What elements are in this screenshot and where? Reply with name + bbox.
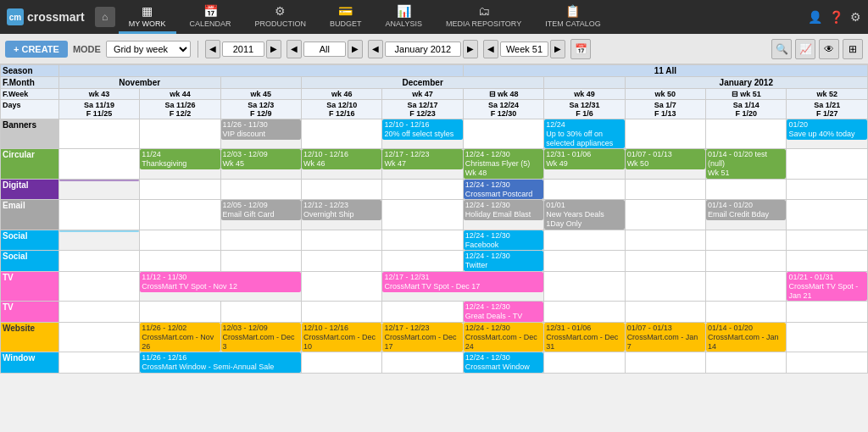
circular-wk47-item[interactable]: 12/17 - 12/23Wk 47 (382, 149, 462, 169)
tv1-wk52[interactable]: 01/21 - 01/31CrossMart TV Spot - Jan 21 (787, 271, 868, 301)
mode-select[interactable]: Grid by week Grid by month (106, 41, 191, 58)
banner-20off[interactable]: 12/10 - 12/1620% off select styles (382, 119, 462, 140)
filter-prev-button[interactable]: ◀ (287, 40, 302, 58)
window-semi-annual[interactable]: 11/26 - 12/16CrossMart Window - Semi-Ann… (140, 352, 302, 374)
circular-wk45[interactable]: 12/03 - 12/09Wk 45 (220, 149, 301, 179)
year-prev-button[interactable]: ◀ (205, 40, 220, 58)
website-nov26[interactable]: 11/26 - 12/02CrossMart.com - Nov 26 (140, 323, 220, 352)
website-dec17[interactable]: 12/17 - 12/23CrossMart.com - Dec 17 (382, 323, 462, 352)
banners-wk47[interactable]: 12/10 - 12/1620% off select styles (382, 119, 463, 149)
grid-settings-button[interactable]: ⊞ (843, 39, 863, 59)
tv2-label: TV (1, 302, 59, 323)
nav-item-catalog[interactable]: 📋 ITEM CATALOG (535, 0, 611, 34)
toolbar-right: 🔍 📈 👁 ⊞ (771, 39, 863, 59)
home-button[interactable]: ⌂ (95, 7, 115, 27)
window-crossmart[interactable]: 12/24 - 12/30Crossmart Window (464, 352, 543, 373)
circular-wk50[interactable]: 01/07 - 01/13Wk 50 (625, 149, 705, 179)
website-wk51[interactable]: 01/14 - 01/20CrossMart.com - Jan 14 (706, 322, 787, 352)
circular-wk46-item[interactable]: 12/10 - 12/16Wk 46 (302, 149, 381, 169)
social-facebook[interactable]: 12/24 - 12/30Facebook (464, 230, 543, 251)
tv-dec-spot[interactable]: 12/17 - 12/31CrossMart TV Spot - Dec 17 (382, 272, 543, 292)
tv-great-deals[interactable]: 12/24 - 12/30Great Deals - TV (464, 302, 543, 322)
help-icon[interactable]: ❓ (829, 10, 843, 24)
nav-my-work[interactable]: ▦ MY WORK (119, 0, 176, 34)
banner-30off[interactable]: 12/24Up to 30% off on selected appliance… (544, 119, 624, 148)
website-dec24[interactable]: 12/24 - 12/30CrossMart.com - Dec 24 (464, 323, 543, 352)
email-credit[interactable]: 01/14 - 01/20Email Credit Bday (706, 200, 786, 220)
create-button[interactable]: + CREATE (5, 41, 68, 58)
website-wk49[interactable]: 12/31 - 01/06CrossMart.com - Dec 31 (544, 322, 625, 352)
month-prev-button[interactable]: ◀ (368, 40, 383, 58)
week-prev-button[interactable]: ◀ (483, 40, 498, 58)
social1-wk48[interactable]: 12/24 - 12/30Facebook (463, 230, 543, 251)
website-wk47[interactable]: 12/17 - 12/23CrossMart.com - Dec 17 (382, 322, 463, 352)
banners-wk45[interactable]: 11/26 - 11/30VIP discount (220, 119, 301, 149)
banner-vip[interactable]: 11/26 - 11/30VIP discount (221, 119, 301, 140)
week-next-button[interactable]: ▶ (550, 40, 565, 58)
tv-jan-spot[interactable]: 01/21 - 01/31CrossMart TV Spot - Jan 21 (787, 272, 867, 301)
circular-thanksgiving[interactable]: 11/24Thanksgiving (140, 149, 220, 169)
website-dec31[interactable]: 12/31 - 01/06CrossMart.com - Dec 31 (544, 323, 624, 352)
nav-calendar[interactable]: 📅 CALENDAR (180, 0, 242, 34)
email-row: Email 12/05 - 12/09Email Gift Card 12/12… (1, 200, 868, 230)
social-twitter[interactable]: 12/24 - 12/30Twitter (464, 251, 543, 271)
website-dec3[interactable]: 12/03 - 12/09CrossMart.com - Dec 3 (221, 323, 301, 352)
digital-postcard[interactable]: 12/24 - 12/30Crossmart Postcard (464, 180, 543, 200)
digital-wk50 (625, 179, 705, 200)
digital-wk48[interactable]: 12/24 - 12/30Crossmart Postcard (463, 179, 543, 200)
nav-production[interactable]: ⚙ PRODUCTION (245, 0, 317, 34)
circular-wk51-item[interactable]: 01/14 - 01/20 test (null)Wk 51 (706, 149, 786, 178)
circular-wk46[interactable]: 12/10 - 12/16Wk 46 (302, 149, 382, 179)
website-wk46[interactable]: 12/10 - 12/16CrossMart.com - Dec 10 (302, 322, 382, 352)
year-next-button[interactable]: ▶ (266, 40, 281, 58)
window-semi-annual-sale[interactable]: 11/26 - 12/16CrossMart Window - Semi-Ann… (140, 352, 301, 373)
website-wk45[interactable]: 12/03 - 12/09CrossMart.com - Dec 3 (220, 322, 301, 352)
email-overnight[interactable]: 12/12 - 12/23Overnight Ship (302, 200, 381, 220)
circular-christmas[interactable]: 12/24 - 12/30Christmas Flyer (5)Wk 48 (464, 149, 543, 178)
website-jan14[interactable]: 01/14 - 01/20CrossMart.com - Jan 14 (706, 323, 786, 352)
nav-budget[interactable]: 💳 BUDGET (320, 0, 372, 34)
circular-wk45-item[interactable]: 12/03 - 12/09Wk 45 (221, 149, 301, 169)
circular-wk47[interactable]: 12/17 - 12/23Wk 47 (382, 149, 463, 179)
email-wk49[interactable]: 01/01New Years Deals 1Day Only (544, 200, 625, 230)
website-wk50[interactable]: 01/07 - 01/13CrossMart.com - Jan 7 (625, 322, 705, 352)
chart-button[interactable]: 📈 (795, 39, 815, 59)
banner-40off[interactable]: 01/20Save up 40% today (787, 119, 867, 140)
eye-button[interactable]: 👁 (819, 39, 839, 59)
circular-wk49-item[interactable]: 12/31 - 01/06Wk 49 (544, 149, 624, 169)
nav-media-repository[interactable]: 🗂 MEDIA REPOSITORY (436, 0, 531, 34)
window-wk48[interactable]: 12/24 - 12/30Crossmart Window (463, 352, 543, 374)
tv1-nov-spot[interactable]: 11/12 - 11/30CrossMart TV Spot - Nov 12 (140, 271, 302, 301)
email-wk48[interactable]: 12/24 - 12/30Holiday Email Blast (463, 200, 543, 230)
circular-wk50-item[interactable]: 01/07 - 01/13Wk 50 (626, 149, 705, 169)
tv2-wk48[interactable]: 12/24 - 12/30Great Deals - TV (463, 302, 543, 323)
tv1-dec-spot[interactable]: 12/17 - 12/31CrossMart TV Spot - Dec 17 (382, 271, 544, 301)
banners-wk52[interactable]: 01/20Save up 40% today (787, 119, 868, 149)
user-icon[interactable]: 👤 (808, 10, 822, 24)
email-gift-card[interactable]: 12/05 - 12/09Email Gift Card (221, 200, 301, 220)
email-holiday[interactable]: 12/24 - 12/30Holiday Email Blast (464, 200, 543, 220)
days-47: Sa 12/17F 12/23 (382, 100, 463, 119)
email-newyears[interactable]: 01/01New Years Deals 1Day Only (544, 200, 624, 229)
email-wk50 (625, 200, 705, 230)
social2-wk48[interactable]: 12/24 - 12/30Twitter (463, 251, 543, 272)
settings-nav-icon[interactable]: ⚙ (850, 10, 861, 24)
email-wk46[interactable]: 12/12 - 12/23Overnight Ship (302, 200, 382, 230)
circular-wk49[interactable]: 12/31 - 01/06Wk 49 (544, 149, 625, 179)
website-wk44[interactable]: 11/26 - 12/02CrossMart.com - Nov 26 (140, 322, 220, 352)
nav-analysis[interactable]: 📊 ANALYSIS (376, 0, 432, 34)
circular-wk51[interactable]: 01/14 - 01/20 test (null)Wk 51 (706, 149, 787, 179)
month-next-button[interactable]: ▶ (463, 40, 478, 58)
website-jan7[interactable]: 01/07 - 01/13CrossMart.com - Jan 7 (626, 323, 705, 352)
email-wk45[interactable]: 12/05 - 12/09Email Gift Card (220, 200, 301, 230)
website-dec10[interactable]: 12/10 - 12/16CrossMart.com - Dec 10 (302, 323, 381, 352)
search-button[interactable]: 🔍 (771, 39, 792, 59)
filter-next-button[interactable]: ▶ (348, 40, 363, 58)
calendar-jump-button[interactable]: 📅 (570, 39, 591, 59)
tv-nov-spot[interactable]: 11/12 - 11/30CrossMart TV Spot - Nov 12 (140, 272, 301, 292)
circular-wk44[interactable]: 11/24Thanksgiving (140, 149, 220, 179)
banners-wk49[interactable]: 12/24Up to 30% off on selected appliance… (544, 119, 625, 149)
website-wk48[interactable]: 12/24 - 12/30CrossMart.com - Dec 24 (463, 322, 543, 352)
circular-wk48[interactable]: 12/24 - 12/30Christmas Flyer (5)Wk 48 (463, 149, 543, 179)
email-wk51[interactable]: 01/14 - 01/20Email Credit Bday (706, 200, 787, 230)
